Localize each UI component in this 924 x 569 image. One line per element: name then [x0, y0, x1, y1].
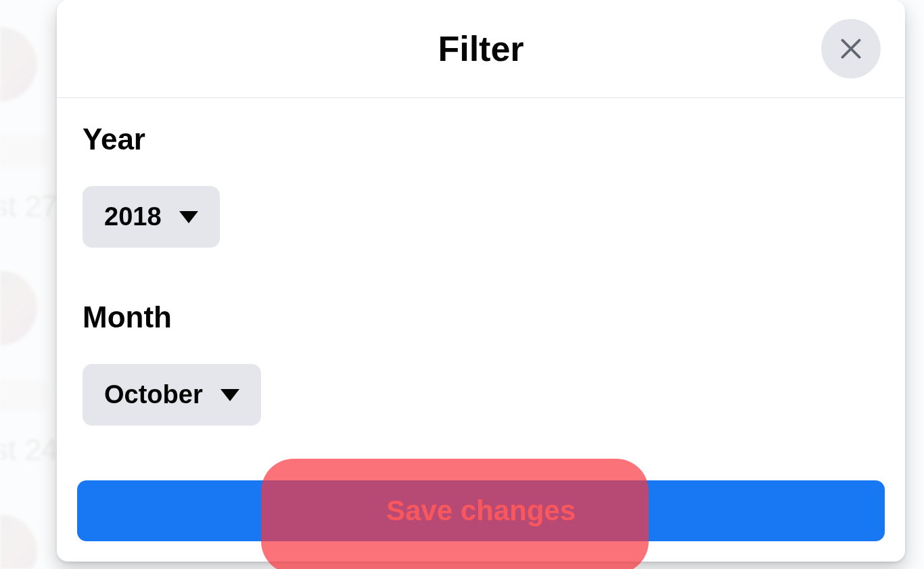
year-field-group: Year 2018 — [83, 122, 886, 248]
save-changes-button[interactable]: Save changes — [77, 480, 885, 541]
close-icon — [837, 35, 865, 63]
year-select-value: 2018 — [104, 202, 162, 231]
year-label: Year — [83, 122, 886, 156]
modal-header: Filter — [57, 0, 905, 98]
month-label: Month — [83, 300, 886, 334]
modal-footer: Save changes — [77, 480, 885, 541]
filter-modal: Filter Year 2018 Month October Save chan… — [57, 0, 905, 562]
month-select-value: October — [104, 380, 203, 409]
year-select[interactable]: 2018 — [83, 186, 220, 248]
save-button-label: Save changes — [386, 495, 576, 527]
month-field-group: Month October — [83, 300, 886, 426]
month-select[interactable]: October — [83, 364, 261, 426]
modal-title: Filter — [438, 28, 524, 69]
caret-down-icon — [221, 389, 239, 401]
caret-down-icon — [179, 211, 198, 223]
modal-body: Year 2018 Month October — [57, 98, 905, 426]
close-button[interactable] — [821, 19, 881, 78]
